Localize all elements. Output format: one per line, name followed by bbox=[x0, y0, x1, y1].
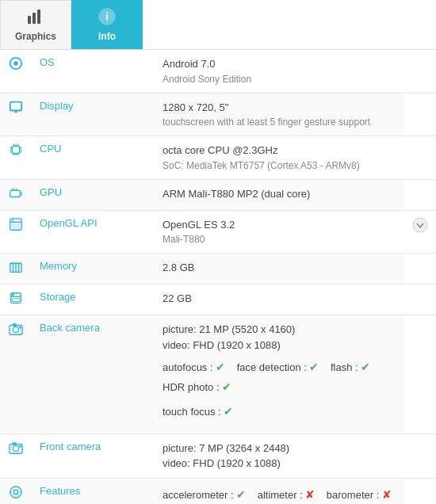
memory-value: 2.8 GB bbox=[155, 254, 404, 284]
accelerometer-label: accelerometer : bbox=[163, 489, 234, 501]
storage-label: Storage bbox=[32, 284, 155, 315]
gpu-main: ARM Mali-T880 MP2 (dual core) bbox=[163, 186, 396, 202]
row-gpu: GPU ARM Mali-T880 MP2 (dual core) bbox=[0, 179, 436, 210]
row-os: OS Android 7.0 Android Sony Edition bbox=[0, 50, 436, 93]
svg-rect-45 bbox=[13, 299, 20, 302]
svg-rect-1 bbox=[33, 13, 36, 24]
os-value: Android 7.0 Android Sony Edition bbox=[155, 50, 404, 93]
storage-main: 22 GB bbox=[163, 291, 396, 307]
altimeter-label: altimeter : bbox=[258, 489, 303, 501]
svg-point-56 bbox=[13, 490, 17, 494]
features-line1: accelerometer : ✔ altimeter : ✘ baromete… bbox=[163, 485, 396, 504]
face-detection-check: ✔ bbox=[309, 361, 319, 373]
cpu-icon bbox=[0, 136, 32, 180]
opengl-label: OpenGL API bbox=[32, 210, 155, 254]
svg-point-47 bbox=[13, 326, 18, 332]
row-display: Display 1280 x 720, 5" touchscreen with … bbox=[0, 93, 436, 136]
opengl-icon bbox=[0, 210, 32, 254]
svg-rect-0 bbox=[28, 16, 31, 24]
memory-icon bbox=[0, 254, 32, 284]
touch-focus-check: ✔ bbox=[224, 405, 233, 418]
display-value: 1280 x 720, 5" touchscreen with at least… bbox=[155, 93, 404, 136]
front-camera-video: video: FHD (1920 x 1088) bbox=[163, 456, 396, 472]
hdr-check: ✔ bbox=[222, 380, 231, 393]
features-value: accelerometer : ✔ altimeter : ✘ baromete… bbox=[155, 478, 404, 504]
svg-rect-32 bbox=[13, 224, 20, 228]
svg-rect-2 bbox=[37, 10, 40, 24]
row-back-camera: Back camera picture: 21 MP (5520 x 4160)… bbox=[0, 315, 436, 434]
tab-graphics-label: Graphics bbox=[15, 31, 56, 42]
autofocus-check: ✔ bbox=[216, 361, 225, 373]
tab-graphics[interactable]: Graphics bbox=[0, 0, 71, 49]
gpu-icon bbox=[0, 179, 32, 210]
row-features: Features accelerometer : ✔ altimeter : ✘… bbox=[0, 478, 436, 504]
opengl-dropdown-icon[interactable] bbox=[404, 210, 436, 254]
front-camera-label: Front camera bbox=[32, 433, 155, 478]
gpu-label: GPU bbox=[32, 179, 155, 210]
svg-rect-10 bbox=[13, 147, 20, 154]
back-camera-specs-line1: autofocus : ✔ face detection : ✔ flash :… bbox=[163, 357, 396, 397]
info-table: OS Android 7.0 Android Sony Edition Disp… bbox=[0, 50, 436, 504]
display-label: Display bbox=[32, 93, 155, 136]
storage-icon bbox=[0, 284, 32, 315]
opengl-sub: Mali-T880 bbox=[163, 232, 396, 246]
accelerometer-val: ✔ bbox=[236, 488, 246, 501]
svg-point-6 bbox=[13, 61, 17, 65]
altimeter-val: ✘ bbox=[305, 488, 315, 501]
tab-bar: Graphics i Info bbox=[0, 0, 436, 50]
front-camera-picture: picture: 7 MP (3264 x 2448) bbox=[163, 441, 396, 456]
svg-point-51 bbox=[13, 445, 18, 451]
features-label: Features bbox=[32, 478, 155, 504]
back-camera-video: video: FHD (1920 x 1088) bbox=[163, 338, 396, 353]
svg-rect-23 bbox=[10, 190, 21, 197]
row-front-camera: Front camera picture: 7 MP (3264 x 2448)… bbox=[0, 433, 436, 478]
opengl-value: OpenGL ES 3.2 Mali-T880 bbox=[155, 210, 404, 254]
tab-info[interactable]: i Info bbox=[71, 0, 143, 49]
front-camera-value: picture: 7 MP (3264 x 2448) video: FHD (… bbox=[155, 433, 404, 478]
opengl-main: OpenGL ES 3.2 bbox=[163, 217, 396, 233]
back-camera-specs-line2: touch focus : ✔ bbox=[163, 402, 396, 422]
svg-point-55 bbox=[10, 486, 21, 497]
os-icon bbox=[0, 50, 32, 93]
gpu-value: ARM Mali-T880 MP2 (dual core) bbox=[155, 179, 404, 210]
hdr-label: HDR photo : bbox=[163, 381, 220, 393]
back-camera-picture: picture: 21 MP (5520 x 4160) bbox=[163, 322, 396, 338]
back-camera-icon bbox=[0, 315, 32, 434]
tab-info-label: Info bbox=[98, 31, 116, 42]
cpu-value: octa core CPU @2.3GHz SoC: MediaTek MT67… bbox=[155, 136, 404, 180]
row-storage: Storage 22 GB bbox=[0, 284, 436, 315]
display-main: 1280 x 720, 5" bbox=[163, 100, 396, 116]
features-icon bbox=[0, 478, 32, 504]
svg-point-49 bbox=[20, 326, 21, 328]
barometer-val: ✘ bbox=[382, 488, 392, 501]
front-camera-icon bbox=[0, 433, 32, 478]
face-detection-label: face detection : bbox=[237, 361, 307, 373]
row-cpu: CPU octa core CPU @2.3GHz SoC: MediaTek … bbox=[0, 136, 436, 180]
memory-main: 2.8 GB bbox=[163, 260, 396, 276]
touch-focus-label: touch focus : bbox=[163, 406, 221, 418]
os-sub: Android Sony Edition bbox=[163, 72, 396, 86]
svg-rect-7 bbox=[10, 101, 21, 110]
row-memory: Memory 2.8 GB bbox=[0, 254, 436, 284]
row-opengl: OpenGL API OpenGL ES 3.2 Mali-T880 bbox=[0, 210, 436, 254]
svg-point-44 bbox=[13, 294, 14, 296]
svg-point-33 bbox=[413, 218, 427, 232]
autofocus-label: autofocus : bbox=[163, 361, 213, 373]
back-camera-value: picture: 21 MP (5520 x 4160) video: FHD … bbox=[155, 315, 404, 434]
info-icon: i bbox=[98, 8, 116, 29]
svg-text:i: i bbox=[105, 10, 109, 23]
barometer-label: barometer : bbox=[327, 489, 379, 501]
back-camera-label: Back camera bbox=[32, 315, 155, 434]
storage-value: 22 GB bbox=[155, 284, 404, 315]
svg-point-53 bbox=[20, 445, 21, 447]
cpu-main: octa core CPU @2.3GHz bbox=[163, 143, 396, 158]
cpu-label: CPU bbox=[32, 136, 155, 180]
display-icon bbox=[0, 93, 32, 136]
flash-check: ✔ bbox=[361, 361, 370, 373]
os-label: OS bbox=[32, 50, 155, 93]
memory-label: Memory bbox=[32, 254, 155, 284]
graphics-icon bbox=[26, 8, 45, 29]
flash-label: flash : bbox=[331, 361, 358, 373]
os-main: Android 7.0 bbox=[163, 56, 396, 72]
display-sub: touchscreen with at least 5 finger gestu… bbox=[163, 115, 396, 129]
